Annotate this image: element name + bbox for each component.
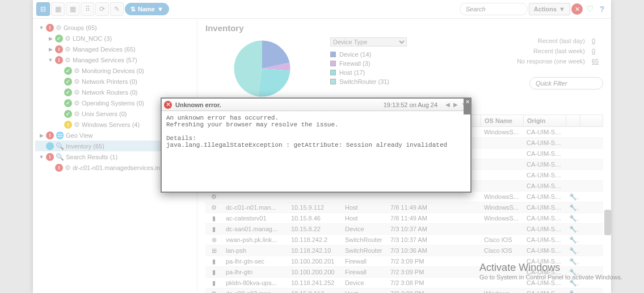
wrench-icon[interactable]: 🔧: [566, 192, 580, 202]
table-cell: [432, 202, 481, 213]
dialog-prev-icon[interactable]: ◀: [444, 101, 451, 108]
table-row[interactable]: ▮ac-catestsrv0110.15.8.46Host7/8 11:49 A…: [205, 213, 603, 224]
legend-label: Firewall (3): [339, 60, 370, 67]
windows-watermark: Activate Windows Go to System in Control…: [479, 262, 622, 281]
table-row[interactable]: ⚙dc-c02-n02.man...10.15.8.113Host7/2 3:0…: [205, 288, 603, 293]
legend-label: Device (14): [339, 51, 371, 58]
wrench-icon[interactable]: 🔧: [566, 235, 580, 245]
legend-swatch: [330, 70, 336, 75]
legend-label: Host (17): [339, 69, 365, 76]
table-cell: CA-UIM-Serv: [523, 235, 566, 245]
heart-icon[interactable]: ♡: [584, 3, 595, 15]
refresh-icon[interactable]: ⟳: [95, 2, 109, 16]
expand-arrow-icon[interactable]: ▶: [48, 36, 53, 41]
table-cell: 10.100.200.201: [288, 256, 342, 266]
table-cell: Firewall: [342, 256, 387, 266]
stat-label: No response (one week): [517, 58, 585, 68]
table-cell: 7/3 10:36 AM: [387, 245, 432, 256]
legend-row: SwitchRouter (31): [330, 77, 407, 86]
quick-filter-input[interactable]: [529, 77, 603, 90]
expand-arrow-icon[interactable]: ▶: [39, 133, 44, 138]
close-icon[interactable]: ✕: [571, 3, 583, 15]
stats-panel: Recent (last day)0Recent (last week)0No …: [517, 37, 603, 111]
tree-item[interactable]: ▼!⚙Groups (65): [35, 22, 195, 33]
watermark-sub: Go to System in Control Panel to activat…: [479, 274, 622, 281]
table-cell: [432, 224, 481, 234]
status-icon: ✓: [64, 99, 72, 107]
table-cell: [481, 148, 523, 159]
wrench-icon[interactable]: 🔧: [566, 213, 580, 223]
column-header[interactable]: [566, 115, 580, 126]
folder-icon: 🔍: [56, 142, 64, 150]
expand-arrow-icon[interactable]: ▶: [48, 46, 53, 52]
table-cell: ⊗: [205, 235, 222, 245]
expand-arrow-icon[interactable]: ▼: [39, 25, 44, 31]
view-grid-large-icon[interactable]: ▦: [51, 2, 65, 16]
tree-item[interactable]: ✓⚙Network Printers (0): [35, 76, 195, 87]
search-input[interactable]: [460, 3, 528, 15]
legend-swatch: [330, 79, 336, 84]
table-cell: [432, 213, 481, 223]
table-cell: CA-UIM-Serv: [523, 127, 566, 137]
table-cell: Windows: [481, 288, 523, 293]
column-header[interactable]: Origin: [524, 115, 566, 126]
table-cell: CA-UIM-Serv: [523, 202, 566, 213]
stat-value[interactable]: 0: [592, 48, 603, 58]
folder-icon: ⚙: [65, 45, 71, 53]
table-cell: [566, 159, 580, 169]
expand-arrow-icon[interactable]: ▼: [39, 154, 44, 160]
legend-select[interactable]: Device Type: [330, 37, 407, 46]
table-cell: dc-c02-n02.man...: [222, 288, 288, 293]
folder-icon: ⚙: [74, 67, 80, 75]
view-grid-small-icon[interactable]: ⠿: [81, 2, 94, 16]
table-cell: [432, 267, 481, 277]
table-cell: [432, 245, 481, 256]
tree-item[interactable]: ▼!⚙Managed Services (57): [35, 54, 195, 65]
table-cell: 7/3 10:37 AM: [387, 224, 432, 234]
column-header[interactable]: OS Name: [481, 115, 524, 126]
table-cell: Device: [342, 224, 387, 234]
wrench-icon[interactable]: 🔧: [566, 245, 580, 256]
table-cell: vwan-psh.pk.link...: [222, 235, 288, 245]
help-icon[interactable]: ?: [596, 3, 608, 15]
wrench-icon[interactable]: 🔧: [566, 288, 580, 293]
tree-item[interactable]: ▶✓⚙LDN_NOC (3): [35, 33, 195, 44]
table-cell: pa-lhr-gtn-sec: [222, 256, 288, 266]
table-cell: 7/2 3:08 PM: [387, 288, 432, 293]
table-cell: CA-UIM-Serv: [523, 159, 566, 169]
table-row[interactable]: ▮dc-san01.manag...10.15.8.22Device7/3 10…: [205, 224, 603, 235]
status-icon: ✓: [64, 110, 72, 118]
tree-label: Unix Servers (0): [82, 111, 127, 117]
actions-button[interactable]: Actions ▼: [529, 3, 570, 15]
table-cell: [566, 138, 580, 148]
table-cell: [566, 181, 580, 191]
pie-slice: [234, 41, 262, 96]
table-cell: ▮: [205, 278, 222, 288]
view-tree-icon[interactable]: ⊟: [36, 2, 50, 16]
dialog-next-icon[interactable]: ▶: [452, 101, 459, 108]
table-row[interactable]: ⚙dc-c01-n01.man...10.15.9.112Host7/8 11:…: [205, 202, 603, 213]
edit-icon[interactable]: ✎: [110, 2, 124, 16]
dialog-title: Unknown error.: [175, 101, 221, 108]
stat-row: Recent (last day)0: [517, 37, 603, 48]
table-row[interactable]: ⊞lan-psh10.118.242.10SwitchRouter7/3 10:…: [205, 245, 603, 256]
expand-arrow-icon[interactable]: ▼: [48, 57, 53, 63]
table-row[interactable]: ⊗vwan-psh.pk.link...10.118.242.2SwitchRo…: [205, 235, 603, 245]
dialog-close-icon[interactable]: ✕: [464, 97, 472, 114]
table-cell: 7/8 11:49 AM: [387, 202, 432, 213]
tree-item[interactable]: ✓⚙Monitoring Devices (0): [35, 65, 195, 76]
table-row[interactable]: ⚙WindowsS...CA-UIM-Serv🔧: [205, 192, 603, 202]
tree-item[interactable]: ▶!⚙Managed Devices (65): [35, 44, 195, 54]
tree-item[interactable]: ✓⚙Network Routers (0): [35, 87, 195, 97]
view-grid-med-icon[interactable]: ▦: [66, 2, 79, 16]
wrench-icon[interactable]: 🔧: [566, 224, 580, 234]
table-cell: pkldn-80kva-ups...: [222, 278, 288, 288]
table-cell: Host: [342, 288, 387, 293]
scrollbar-thumb[interactable]: [604, 210, 611, 235]
stat-value[interactable]: 65: [592, 58, 603, 68]
stat-value[interactable]: 0: [592, 37, 603, 48]
wrench-icon[interactable]: 🔧: [566, 202, 580, 213]
table-cell: [481, 159, 523, 169]
tree-label: Network Printers (0): [82, 78, 137, 85]
sort-name-button[interactable]: ⇅ Name ▼: [125, 3, 169, 15]
